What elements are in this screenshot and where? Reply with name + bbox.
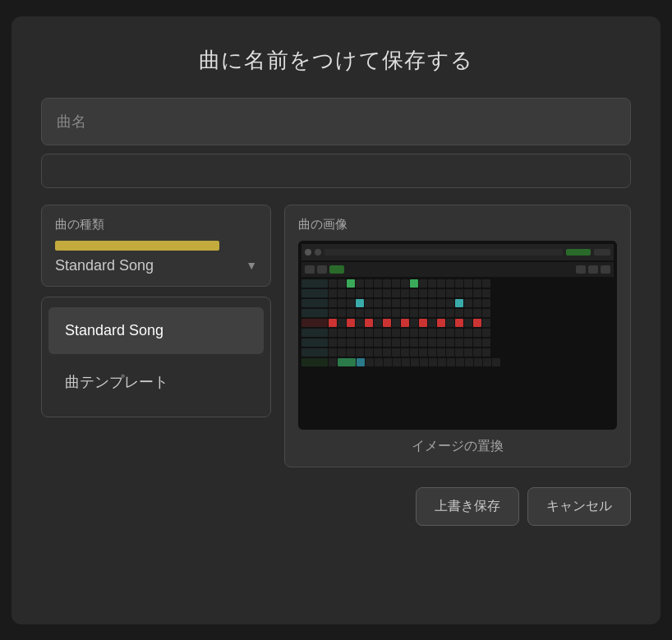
daw-ctrl-4 (588, 265, 598, 274)
daw-cells-7 (329, 338, 490, 347)
save-dialog: 曲に名前をつけて保存する 曲名 曲の種類 Standard Song ▼ Sta… (12, 16, 660, 624)
daw-row-3 (301, 299, 614, 307)
daw-grid (301, 279, 614, 366)
daw-label-3 (301, 299, 328, 307)
song-image-column: 曲の画像 (284, 205, 631, 467)
song-name-label: 曲名 (41, 98, 631, 145)
song-type-label: 曲の種類 (55, 217, 257, 233)
song-type-column: 曲の種類 Standard Song ▼ Standard Song 曲テンプレ… (41, 205, 271, 417)
daw-label-bottom (301, 358, 328, 366)
daw-cells-2 (329, 289, 490, 297)
daw-row-4 (301, 309, 614, 317)
daw-stop-btn (594, 249, 610, 256)
daw-row-1 (301, 279, 614, 288)
daw-cells-4 (329, 309, 490, 317)
daw-title-bar (324, 249, 563, 256)
daw-label-6 (301, 329, 328, 337)
daw-transport (329, 265, 344, 274)
daw-controls (301, 262, 614, 277)
daw-label-8 (301, 348, 328, 357)
daw-label-4 (301, 309, 328, 317)
daw-ctrl-2 (317, 265, 327, 274)
dropdown-list: Standard Song 曲テンプレート (41, 297, 271, 417)
daw-row-2 (301, 289, 614, 297)
dropdown-item-template[interactable]: 曲テンプレート (48, 357, 264, 407)
dialog-title: 曲に名前をつけて保存する (41, 46, 631, 75)
save-button[interactable]: 上書き保存 (416, 487, 519, 526)
dropdown-arrow-icon: ▼ (246, 259, 257, 272)
image-label: 曲の画像 (298, 217, 617, 233)
daw-label-5 (301, 319, 328, 327)
highlight-bar (55, 241, 219, 251)
two-column-layout: 曲の種類 Standard Song ▼ Standard Song 曲テンプレ… (41, 205, 631, 467)
song-type-box: 曲の種類 Standard Song ▼ (41, 205, 271, 287)
daw-cells-5 (329, 319, 490, 327)
daw-ctrl-1 (305, 265, 315, 274)
daw-preview (298, 241, 617, 430)
daw-row-8 (301, 348, 614, 357)
song-type-dropdown[interactable]: Standard Song ▼ (55, 257, 257, 274)
daw-cells-bottom (329, 358, 500, 366)
daw-header (301, 244, 614, 260)
daw-label-2 (301, 289, 328, 297)
daw-cells-3 (329, 299, 490, 307)
daw-cells-6 (329, 329, 490, 337)
image-replace-label[interactable]: イメージの置換 (298, 438, 617, 455)
daw-cells-8 (329, 348, 490, 357)
dropdown-item-standard[interactable]: Standard Song (48, 307, 264, 354)
image-box: 曲の画像 (284, 205, 631, 467)
daw-play-btn (566, 249, 591, 256)
daw-row-7 (301, 338, 614, 347)
image-preview (298, 241, 617, 430)
song-name-input[interactable] (41, 154, 631, 188)
footer-buttons: 上書き保存 キャンセル (41, 487, 631, 526)
daw-dot-2 (315, 249, 321, 256)
daw-ctrl-3 (576, 265, 586, 274)
daw-label-1 (301, 279, 328, 288)
daw-ctrl-5 (601, 265, 610, 274)
cancel-button[interactable]: キャンセル (527, 487, 631, 526)
daw-row-5 (301, 319, 614, 327)
selected-song-type: Standard Song (55, 257, 154, 274)
daw-dot-1 (305, 249, 311, 256)
daw-row-bottom (301, 358, 614, 366)
daw-label-7 (301, 338, 328, 347)
daw-cells-1 (329, 279, 490, 288)
daw-row-6 (301, 329, 614, 337)
